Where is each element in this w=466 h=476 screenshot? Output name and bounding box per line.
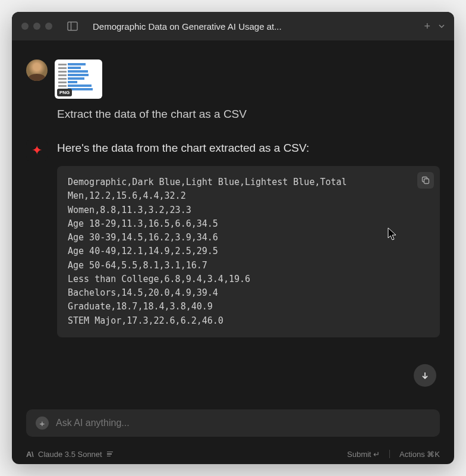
user-message: PNG Extract the data of the chart as a C… (26, 60, 440, 123)
actions-hint[interactable]: Actions ⌘K (399, 450, 440, 459)
new-chat-button[interactable]: + (424, 20, 430, 33)
user-message-text: Extract the data of the chart as a CSV (57, 106, 440, 123)
chevron-down-icon[interactable] (439, 24, 445, 28)
svg-rect-2 (424, 179, 429, 184)
divider (389, 450, 390, 458)
ai-message: ✦ Here's the data from the chart extract… (26, 140, 440, 337)
window-title: Demographic Data on Generative AI Usage … (93, 21, 417, 32)
composer: + (26, 409, 440, 437)
titlebar: Demographic Data on Generative AI Usage … (12, 12, 454, 40)
user-avatar (26, 60, 48, 81)
code-block: Demographic,Dark Blue,Light Blue,Lightes… (57, 166, 440, 337)
titlebar-right: + (424, 20, 445, 33)
scroll-down-button[interactable] (414, 364, 436, 387)
chat-content: PNG Extract the data of the chart as a C… (12, 40, 454, 409)
status-right: Submit ↵ Actions ⌘K (347, 450, 440, 459)
ai-avatar: ✦ (26, 140, 48, 161)
app-window: Demographic Data on Generative AI Usage … (12, 12, 454, 464)
svg-rect-0 (68, 22, 77, 30)
status-left: A\ Claude 3.5 Sonnet (26, 450, 113, 459)
minimize-window-button[interactable] (33, 23, 40, 30)
copy-button[interactable] (417, 172, 434, 189)
close-window-button[interactable] (21, 23, 29, 30)
ai-message-body: Here's the data from the chart extracted… (57, 140, 440, 337)
anthropic-icon: A\ (26, 450, 33, 459)
composer-area: + (12, 409, 454, 444)
user-message-body: PNG Extract the data of the chart as a C… (57, 60, 440, 123)
sparkle-icon: ✦ (32, 143, 42, 158)
sidebar-toggle-button[interactable] (64, 20, 81, 33)
image-attachment[interactable]: PNG (55, 60, 102, 99)
submit-hint: Submit ↵ (347, 450, 380, 459)
ai-message-text: Here's the data from the chart extracted… (57, 140, 440, 157)
file-type-badge: PNG (57, 89, 72, 96)
maximize-window-button[interactable] (45, 23, 52, 30)
traffic-lights (21, 23, 52, 30)
statusbar: A\ Claude 3.5 Sonnet Submit ↵ Actions ⌘K (12, 444, 454, 464)
code-content[interactable]: Demographic,Dark Blue,Light Blue,Lightes… (68, 176, 429, 328)
menu-icon[interactable] (107, 452, 113, 457)
model-selector[interactable]: Claude 3.5 Sonnet (38, 450, 102, 459)
add-attachment-button[interactable]: + (36, 416, 49, 430)
composer-input[interactable] (56, 418, 430, 428)
